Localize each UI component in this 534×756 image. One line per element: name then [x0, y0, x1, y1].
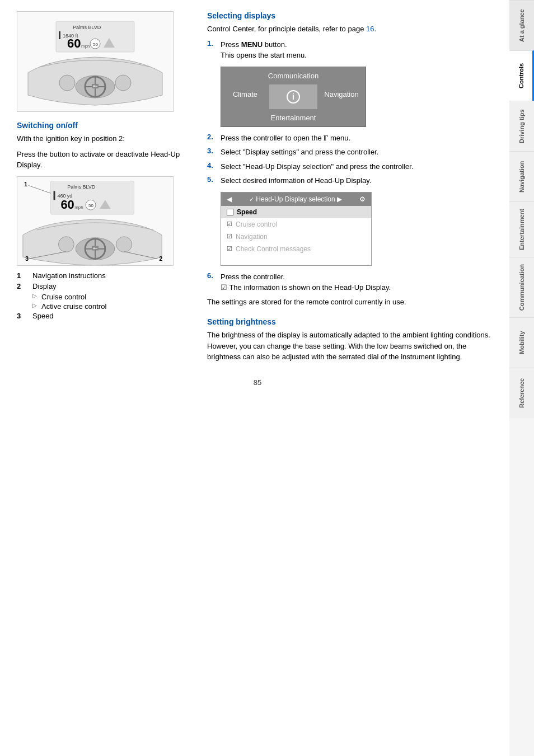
- hud-nav-left: ◀: [227, 195, 232, 203]
- svg-rect-21: [54, 191, 55, 200]
- legend-sub-2: ▷ Active cruise control: [32, 302, 190, 311]
- svg-text:60: 60: [60, 198, 74, 212]
- checkmark-navigation: ☑: [227, 233, 232, 240]
- step-text-6: Press the controller.: [221, 273, 285, 281]
- switching-title: Switching on/off: [17, 121, 190, 130]
- hud-row-navigation[interactable]: ☑ Navigation: [221, 231, 371, 243]
- legend-item-2: 2 Display: [17, 282, 190, 290]
- hud-selection-header: ◀ ✓ Head-Up Display selection ▶ ⚙: [221, 192, 371, 206]
- svg-point-33: [116, 236, 132, 252]
- hud-check-control-label: Check Control messages: [236, 245, 311, 253]
- menu-center-icon: i: [269, 84, 317, 109]
- legend-text-1: Navigation instructions: [32, 271, 106, 280]
- hud-navigation-label: Navigation: [236, 233, 268, 241]
- svg-text:2: 2: [159, 255, 162, 262]
- step-text-5: Select desired information of Head-Up Di…: [221, 175, 371, 186]
- svg-text:50: 50: [88, 203, 93, 208]
- svg-rect-2: [59, 31, 60, 39]
- switching-body2: Press the button to activate or deactiva…: [17, 149, 190, 171]
- svg-text:50: 50: [93, 42, 98, 47]
- svg-text:1: 1: [24, 181, 27, 187]
- hud-speed-label: Speed: [237, 208, 257, 216]
- post-step6-text: The settings are stored for the remote c…: [207, 297, 498, 308]
- step-subtext-1: This opens the start menu.: [221, 51, 307, 59]
- switching-body1: With the ignition key in position 2:: [17, 133, 190, 144]
- step-num-3: 3.: [207, 147, 216, 158]
- step-num-1: 1.: [207, 39, 216, 61]
- legend-sub-1: ▷ Cruise control: [32, 293, 190, 301]
- menu-entertainment: Entertainment: [221, 109, 366, 126]
- legend-text-2: Display: [32, 282, 57, 290]
- hud-row-check-control[interactable]: ☑ Check Control messages: [221, 243, 371, 255]
- step-1: 1. Press MENU button. This opens the sta…: [207, 39, 498, 61]
- menu-bold: MENU: [241, 40, 263, 49]
- legend-item-3: 3 Speed: [17, 312, 190, 320]
- hud-cruise-label: Cruise control: [236, 220, 277, 228]
- legend-num-3: 3: [17, 312, 26, 320]
- legend-text-3: Speed: [32, 312, 54, 320]
- svg-text:Palms BLVD: Palms BLVD: [73, 25, 101, 30]
- hud-numbered-image: 1 Palms BLVD 460 yd 60 mph 50: [17, 176, 174, 266]
- step-num-5: 5.: [207, 175, 216, 186]
- legend-num-1: 1: [17, 271, 26, 280]
- page-ref-link[interactable]: 16: [366, 25, 374, 33]
- hud-settings-icon: ⚙: [359, 195, 366, 203]
- menu-navigation: Navigation: [317, 84, 366, 109]
- svg-line-41: [29, 185, 51, 193]
- tab-mobility[interactable]: Mobility: [509, 317, 534, 368]
- step-text-4: Select "Head-Up Display selection" and p…: [221, 161, 414, 172]
- tab-navigation[interactable]: Navigation: [509, 151, 534, 201]
- svg-point-32: [58, 236, 74, 252]
- svg-text:60: 60: [67, 36, 81, 50]
- car-hud-image: Palms BLVD 1640 ft 60 mph 50: [17, 11, 174, 112]
- step-text-1: Press MENU button.: [221, 40, 287, 49]
- checkmark-cruise: ☑: [227, 220, 232, 228]
- step-num-6: 6.: [207, 271, 216, 293]
- selecting-displays-intro: Control Center, for principle details, r…: [207, 24, 498, 35]
- step-6: 6. Press the controller. ☑ The informati…: [207, 271, 498, 293]
- setting-brightness-title: Setting brightness: [207, 317, 498, 326]
- page-number: 85: [17, 378, 498, 387]
- tab-at-a-glance[interactable]: At a glance: [509, 0, 534, 50]
- step-2: 2. Press the controller to open the 𝚪 me…: [207, 133, 498, 144]
- tab-communication[interactable]: Communication: [509, 257, 534, 317]
- tab-entertainment[interactable]: Entertainment: [509, 201, 534, 257]
- side-tabs: At a glance Controls Driving tips Naviga…: [509, 0, 534, 756]
- tab-reference[interactable]: Reference: [509, 368, 534, 418]
- arrow-icon-1: ▷: [32, 293, 37, 301]
- menu-communication: Communication: [221, 67, 366, 84]
- svg-text:Palms BLVD: Palms BLVD: [67, 184, 95, 190]
- tab-controls[interactable]: Controls: [509, 50, 534, 101]
- menu-display-box: Communication Climate i Navigation Enter…: [221, 67, 366, 127]
- step-3: 3. Select "Display settings" and press t…: [207, 147, 498, 158]
- step-text-3: Select "Display settings" and press the …: [221, 147, 378, 158]
- arrow-icon-2: ▷: [32, 302, 37, 311]
- svg-point-14: [115, 75, 131, 91]
- legend-sub-text-2: Active cruise control: [41, 302, 106, 311]
- hud-header-text: ✓ Head-Up Display selection ▶: [249, 195, 342, 203]
- svg-point-13: [59, 75, 75, 91]
- legend-item-1: 1 Navigation instructions: [17, 271, 190, 280]
- legend-num-2: 2: [17, 282, 26, 290]
- hud-row-speed[interactable]: Speed: [221, 206, 371, 218]
- svg-text:3: 3: [25, 255, 29, 262]
- info-icon: i: [287, 90, 300, 104]
- selecting-displays-title: Selecting displays: [207, 11, 498, 20]
- tab-driving-tips[interactable]: Driving tips: [509, 101, 534, 151]
- hud-selection-box: ◀ ✓ Head-Up Display selection ▶ ⚙ Speed …: [221, 192, 372, 266]
- menu-climate: Climate: [221, 84, 269, 109]
- checkmark-check-control: ☑: [227, 245, 232, 252]
- step-4: 4. Select "Head-Up Display selection" an…: [207, 161, 498, 172]
- svg-text:mph: mph: [81, 44, 90, 49]
- step-num-2: 2.: [207, 133, 216, 144]
- step-5: 5. Select desired information of Head-Up…: [207, 175, 498, 186]
- checkbox-speed: [227, 209, 233, 215]
- hud-row-cruise[interactable]: ☑ Cruise control: [221, 218, 371, 231]
- step-num-4: 4.: [207, 161, 216, 172]
- setting-brightness-body: The brightness of the display is automat…: [207, 330, 498, 363]
- legend-sub-text-1: Cruise control: [41, 293, 86, 301]
- svg-text:mph: mph: [74, 205, 83, 210]
- step-subtext-6: ☑ The information is shown on the Head-U…: [221, 283, 391, 292]
- step-text-2: Press the controller to open the 𝚪 menu.: [221, 133, 350, 144]
